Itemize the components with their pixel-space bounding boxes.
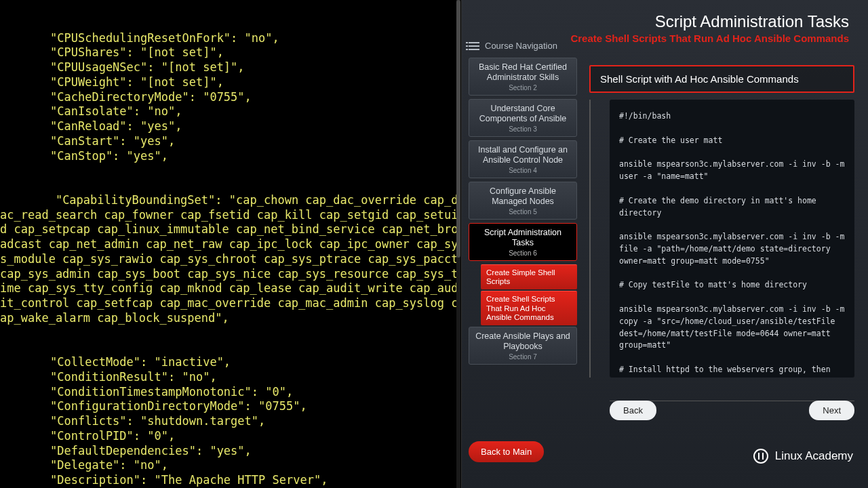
nav-section-6[interactable]: Script Administration Tasks Section 6 <box>469 223 577 261</box>
back-button[interactable]: Back <box>610 401 656 420</box>
list-icon <box>469 42 479 50</box>
brand-logo: Linux Academy <box>753 449 853 464</box>
nav-section-5[interactable]: Configure Ansible Managed Nodes Section … <box>469 182 577 220</box>
lesson-title-box: Shell Script with Ad Hoc Ansible Command… <box>589 65 854 93</box>
next-button[interactable]: Next <box>809 401 854 420</box>
nav-section-7[interactable]: Create Ansible Plays and Playbooks Secti… <box>469 327 577 365</box>
code-area: #!/bin/bash # Create the user matt ansib… <box>589 100 854 378</box>
back-to-main-button[interactable]: Back to Main <box>469 441 544 462</box>
terminal-output: "CPUSchedulingResetOnFork": "no","CPUSha… <box>0 0 461 488</box>
course-panel: Script Administration Tasks Create Shell… <box>461 0 868 488</box>
nav-section-2[interactable]: Basic Red Hat Certified Administrator Sk… <box>469 58 577 96</box>
script-code: #!/bin/bash # Create the user matt ansib… <box>610 100 854 378</box>
terminal-scrollbar[interactable] <box>456 0 460 488</box>
brand-label: Linux Academy <box>775 449 853 463</box>
code-gutter <box>589 100 597 378</box>
nav-sub-create-adhoc[interactable]: Create Shell Scripts That Run Ad Hoc Ans… <box>481 291 577 325</box>
brand-icon <box>753 449 768 464</box>
course-navigation: Course Navigation Basic Red Hat Certifie… <box>462 0 577 488</box>
nav-section-3[interactable]: Understand Core Components of Ansible Se… <box>469 99 577 137</box>
nav-buttons: Back Next <box>610 401 854 420</box>
nav-sub-create-simple[interactable]: Create Simple Shell Scripts <box>481 264 577 289</box>
lesson-content: Shell Script with Ad Hoc Ansible Command… <box>577 0 868 488</box>
nav-section-4[interactable]: Install and Configure an Ansible Control… <box>469 140 577 178</box>
